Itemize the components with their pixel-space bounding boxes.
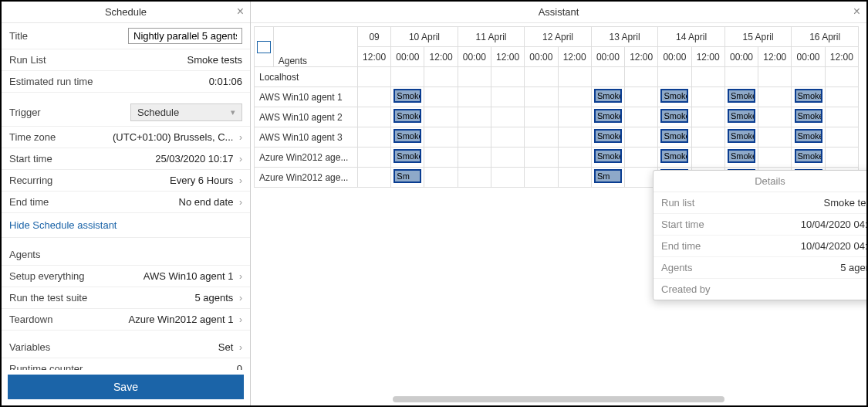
calendar-cell[interactable]: Smoke xyxy=(792,87,825,107)
calendar-cell[interactable] xyxy=(758,148,792,168)
calendar-cell[interactable] xyxy=(825,87,858,107)
run-row[interactable]: Run the test suite 5 agents › xyxy=(2,287,250,309)
calendar-cell[interactable]: Smoke xyxy=(391,87,424,107)
calendar-cell[interactable]: Sm xyxy=(391,168,424,188)
calendar-cell[interactable]: Smoke xyxy=(391,107,424,127)
calendar-cell[interactable] xyxy=(424,127,458,148)
calendar-cell[interactable] xyxy=(525,107,558,127)
calendar-cell[interactable]: Sm xyxy=(591,168,624,188)
calendar-cell[interactable] xyxy=(825,127,858,148)
task-chip[interactable]: Smoke xyxy=(728,109,755,123)
calendar-cell[interactable] xyxy=(424,87,458,107)
task-chip[interactable]: Smoke xyxy=(594,109,622,123)
calendar-cell[interactable] xyxy=(491,168,524,188)
calendar-cell[interactable] xyxy=(558,127,591,148)
calendar-cell[interactable] xyxy=(458,67,491,87)
calendar-cell[interactable] xyxy=(357,107,390,127)
calendar-cell[interactable] xyxy=(625,148,658,168)
calendar-cell[interactable] xyxy=(525,148,558,168)
calendar-cell[interactable] xyxy=(491,67,524,87)
task-chip[interactable]: Smoke xyxy=(393,149,421,163)
calendar-cell[interactable] xyxy=(491,107,524,127)
task-chip[interactable]: Smoke xyxy=(660,129,688,143)
calendar-cell[interactable] xyxy=(825,107,858,127)
calendar-cell[interactable]: Smoke xyxy=(792,148,825,168)
calendar-cell[interactable] xyxy=(658,67,691,87)
calendar-cell[interactable] xyxy=(691,87,724,107)
horizontal-scrollbar[interactable] xyxy=(254,396,859,404)
endtime-row[interactable]: End time No end date › xyxy=(2,192,250,213)
calendar-cell[interactable] xyxy=(558,67,591,87)
calendar-cell[interactable]: Smoke xyxy=(724,127,758,148)
hide-assistant-link[interactable]: Hide Schedule assistant xyxy=(2,213,250,238)
variables-row[interactable]: Variables Set › xyxy=(2,337,250,358)
calendar-cell[interactable] xyxy=(625,107,658,127)
calendar-cell[interactable] xyxy=(758,67,792,87)
task-chip[interactable]: Smoke xyxy=(795,129,822,143)
calendar-cell[interactable] xyxy=(758,107,792,127)
calendar-cell[interactable] xyxy=(825,67,858,87)
calendar-cell[interactable] xyxy=(391,67,424,87)
calendar-cell[interactable] xyxy=(691,67,724,87)
calendar-cell[interactable] xyxy=(758,127,792,148)
calendar-cell[interactable] xyxy=(724,67,758,87)
task-chip[interactable]: Sm xyxy=(594,169,622,183)
calendar-cell[interactable]: Smoke xyxy=(591,87,624,107)
calendar-cell[interactable] xyxy=(525,168,558,188)
calendar-cell[interactable] xyxy=(424,148,458,168)
calendar-cell[interactable]: Smoke xyxy=(658,127,691,148)
teardown-row[interactable]: Teardown Azure Win2012 agent 1 › xyxy=(2,309,250,331)
calendar-cell[interactable]: Smoke xyxy=(658,87,691,107)
calendar-cell[interactable] xyxy=(558,148,591,168)
calendar-cell[interactable]: Smoke xyxy=(591,148,624,168)
calendar-cell[interactable] xyxy=(758,87,792,107)
task-chip[interactable]: Smoke xyxy=(594,129,622,143)
calendar-cell[interactable] xyxy=(525,67,558,87)
calendar-cell[interactable] xyxy=(691,127,724,148)
calendar-cell[interactable] xyxy=(357,148,390,168)
recurring-row[interactable]: Recurring Every 6 Hours › xyxy=(2,170,250,192)
task-chip[interactable]: Smoke xyxy=(594,149,622,163)
calendar-cell[interactable] xyxy=(357,127,390,148)
calendar-cell[interactable] xyxy=(558,168,591,188)
calendar-cell[interactable]: Smoke xyxy=(591,107,624,127)
task-chip[interactable]: Smoke xyxy=(660,89,688,103)
setup-row[interactable]: Setup everything AWS Win10 agent 1 › xyxy=(2,266,250,287)
calendar-cell[interactable] xyxy=(458,127,491,148)
calendar-cell[interactable] xyxy=(357,67,390,87)
calendar-cell[interactable]: Smoke xyxy=(658,107,691,127)
calendar-cell[interactable] xyxy=(491,127,524,148)
schedule-title-input[interactable] xyxy=(128,28,242,44)
calendar-cell[interactable] xyxy=(525,127,558,148)
task-chip[interactable]: Smoke xyxy=(393,109,421,123)
calendar-cell[interactable] xyxy=(458,87,491,107)
task-chip[interactable]: Smoke xyxy=(795,149,822,163)
calendar-cell[interactable]: Smoke xyxy=(724,87,758,107)
calendar-cell[interactable] xyxy=(691,148,724,168)
task-chip[interactable]: Sm xyxy=(393,169,421,183)
trigger-select[interactable]: Schedule ▾ xyxy=(130,103,242,121)
timezone-row[interactable]: Time zone (UTC+01:00) Brussels, C... › xyxy=(2,127,250,148)
task-chip[interactable]: Smoke xyxy=(728,89,755,103)
calendar-cell[interactable] xyxy=(591,67,624,87)
task-chip[interactable]: Smoke xyxy=(795,109,822,123)
starttime-row[interactable]: Start time 25/03/2020 10:17 › xyxy=(2,148,250,170)
calendar-cell[interactable] xyxy=(625,127,658,148)
calendar-cell[interactable] xyxy=(424,168,458,188)
task-chip[interactable]: Smoke xyxy=(728,149,755,163)
calendar-cell[interactable] xyxy=(458,107,491,127)
close-assistant-icon[interactable]: × xyxy=(853,5,860,19)
calendar-cell[interactable] xyxy=(357,87,390,107)
calendar-cell[interactable] xyxy=(424,67,458,87)
calendar-cell[interactable]: Smoke xyxy=(658,148,691,168)
calendar-cell[interactable] xyxy=(792,67,825,87)
calendar-cell[interactable] xyxy=(691,107,724,127)
calendar-cell[interactable]: Smoke xyxy=(792,127,825,148)
scrollbar-thumb[interactable] xyxy=(393,396,724,402)
calendar-cell[interactable]: Smoke xyxy=(724,107,758,127)
calendar-cell[interactable]: Smoke xyxy=(724,148,758,168)
task-chip[interactable]: Smoke xyxy=(594,89,622,103)
calendar-cell[interactable] xyxy=(424,107,458,127)
calendar-cell[interactable]: Smoke xyxy=(391,148,424,168)
calendar-cell[interactable] xyxy=(525,87,558,107)
